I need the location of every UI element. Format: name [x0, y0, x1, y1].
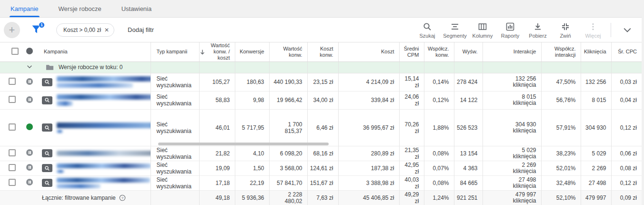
cell-interactions: 132 256 kliknięcia: [483, 73, 541, 91]
col-kampania[interactable]: Kampania: [38, 42, 151, 62]
cell-conv-rate: 0,14%: [424, 73, 454, 91]
segments-button[interactable]: Segmenty: [441, 21, 469, 39]
paused-status-icon[interactable]: [26, 96, 33, 103]
campaign-name-redacted[interactable]: [57, 178, 150, 188]
search-campaign-type-icon: [42, 96, 52, 104]
cell-conv-value: 6 098,20: [269, 146, 307, 161]
cell-conv-rate: 1,88%: [424, 109, 454, 146]
cell-conv-rate: 0,08%: [424, 175, 454, 190]
cell-interactions: 304 930 kliknięcia: [483, 109, 541, 146]
col-sredni-cpm[interactable]: Średni CPM: [399, 42, 424, 62]
drafts-row[interactable]: Wersje robocze w toku: 0: [0, 62, 642, 73]
col-sr-cpc[interactable]: Śr. CPC: [611, 42, 642, 62]
campaign-type-cell: Sieć wyszukiwania: [151, 175, 199, 190]
campaign-name-redacted[interactable]: [57, 151, 151, 156]
cell-conv-value: 57 841,70: [269, 175, 307, 190]
add-filter-button[interactable]: Dodaj filtr: [128, 26, 154, 33]
tab-ustawienia[interactable]: Ustawienia: [121, 0, 153, 17]
remove-filter-icon[interactable]: ✕: [104, 27, 109, 33]
table-row: Sieć wyszukiwania 46,01 5 717,95 1 700 8…: [0, 109, 642, 146]
cell-avg-cpc: 0,12 zł: [611, 109, 642, 146]
paused-status-icon[interactable]: [26, 164, 33, 171]
filter-chip[interactable]: Koszt > 0,00 zł ✕: [56, 23, 114, 37]
search-campaign-type-icon: [42, 149, 52, 157]
total-clicks: 479 997: [581, 190, 611, 205]
row-checkbox[interactable]: [9, 149, 16, 156]
tab-bar: Kampanie Wersje robocze Ustawienia: [0, 0, 644, 17]
col-konwersje[interactable]: Konwersje: [235, 42, 269, 62]
cell-avg-cpm: 24,06 zł: [399, 91, 424, 109]
table-row: Sieć wyszukiwania 19,09 1,50 3 568,00 12…: [0, 161, 642, 175]
cell-conv-value-per-cost: 21,82: [199, 146, 235, 161]
cell-conv-value-per-cost: 46,01: [199, 109, 235, 146]
col-wartosc-konw-koszt[interactable]: Wartość konw. / koszt: [199, 42, 235, 62]
campaign-name-redacted[interactable]: [57, 123, 151, 133]
paused-status-icon[interactable]: [26, 149, 33, 156]
columns-button[interactable]: Kolumny: [469, 21, 496, 39]
cell-interaction-rate: 52,01%: [541, 161, 581, 175]
campaign-name-redacted[interactable]: [57, 164, 151, 173]
cell-impressions: 526 523: [454, 109, 483, 146]
col-typ-kampanii[interactable]: Typ kampanii: [151, 42, 199, 62]
col-wspolcz-konw[interactable]: Współcz. konw.: [424, 42, 454, 62]
chevron-down-icon: [623, 26, 632, 34]
filter-funnel-button[interactable]: 1: [30, 24, 43, 36]
add-campaign-button[interactable]: +: [4, 22, 20, 38]
cell-avg-cpm: 42,95 zł: [399, 161, 424, 175]
cell-interaction-rate: 56,76%: [541, 91, 581, 109]
cell-conv-value-per-cost: 17,18: [199, 175, 235, 190]
horizontal-scrollbar[interactable]: [158, 143, 329, 145]
row-checkbox[interactable]: [9, 78, 16, 85]
row-checkbox[interactable]: [9, 123, 16, 131]
total-conv-value: 2 228 480,02: [269, 190, 307, 205]
reports-label: Raporty: [501, 33, 520, 39]
col-koszt[interactable]: Koszt: [338, 42, 399, 62]
cell-avg-cpc: 0,06 zł: [611, 146, 642, 161]
col-wysw[interactable]: Wyśw.: [454, 42, 483, 62]
row-checkbox[interactable]: [9, 179, 16, 186]
cell-clicks: 304 930: [581, 109, 611, 146]
expand-toolbar-button[interactable]: [618, 26, 637, 34]
filter-chip-label: Koszt > 0,00 zł: [63, 27, 101, 33]
col-wartosc-konw[interactable]: Wartość konw.: [269, 42, 307, 62]
more-button[interactable]: Więcej: [579, 21, 607, 39]
cell-conv-value: 1 700 815,37: [269, 109, 307, 146]
search-button[interactable]: Szukaj: [413, 21, 441, 39]
cell-impressions: 278 424: [454, 73, 483, 91]
cell-interaction-rate: 32,48%: [541, 175, 581, 190]
cell-impressions: 14 122: [454, 91, 483, 109]
cell-conv-rate: 0,12%: [424, 91, 454, 109]
cell-interaction-rate: 38,23%: [541, 146, 581, 161]
cell-cost-per-conv: 124,61 zł: [307, 161, 338, 175]
campaign-name-redacted[interactable]: [57, 76, 151, 88]
chevron-down-icon[interactable]: [26, 63, 33, 70]
download-button[interactable]: Pobierz: [524, 21, 552, 39]
col-klikniecia[interactable]: Kliknięcia: [581, 42, 611, 62]
total-interactions: 479 997 kliknięcia: [483, 190, 541, 205]
enabled-status-icon[interactable]: [26, 123, 33, 130]
reports-button[interactable]: Raporty: [496, 21, 524, 39]
row-checkbox[interactable]: [9, 164, 16, 171]
search-campaign-type-icon: [42, 179, 52, 187]
tab-kampanie[interactable]: Kampanie: [10, 0, 40, 17]
cell-conversions: 9,98: [235, 91, 269, 109]
row-checkbox[interactable]: [9, 96, 16, 103]
paused-status-icon[interactable]: [26, 78, 33, 85]
search-campaign-type-icon: [42, 164, 52, 172]
collapse-button[interactable]: Zwiń: [552, 21, 579, 39]
col-wspolcz-interakcji[interactable]: Współcz. interakcji: [541, 42, 581, 62]
help-icon[interactable]: ?: [119, 195, 126, 201]
paused-status-icon[interactable]: [26, 179, 33, 185]
select-all-checkbox[interactable]: [11, 48, 19, 55]
col-interakcje[interactable]: Interakcje: [483, 42, 541, 62]
tab-wersje-robocze[interactable]: Wersje robocze: [58, 0, 102, 17]
cell-clicks: 2 269: [581, 161, 611, 175]
more-icon: [588, 22, 598, 31]
table-row: Sieć wyszukiwania 58,83 9,98 19 966,42 3…: [0, 91, 642, 109]
cell-conversions: 5 717,95: [235, 109, 269, 146]
col-koszt-konw[interactable]: Koszt konw.: [307, 42, 338, 62]
campaign-name-redacted[interactable]: [57, 94, 151, 106]
total-cost: 45 406,85 zł: [338, 190, 399, 205]
cell-clicks: 5 029: [581, 146, 611, 161]
filter-count-badge: 1: [39, 22, 45, 28]
